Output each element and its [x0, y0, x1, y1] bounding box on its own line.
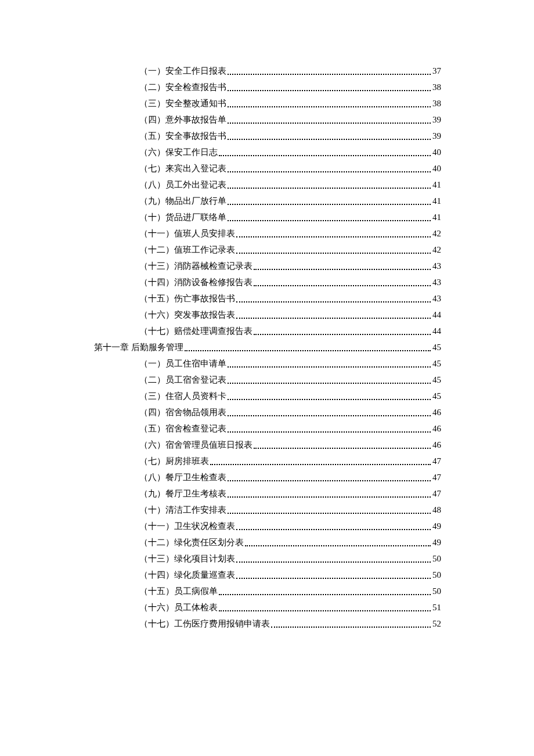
toc-entry-page: 47	[432, 470, 441, 484]
toc-entry: （四）宿舍物品领用表46	[94, 405, 441, 419]
toc-entry-label: （二）员工宿舍登记表	[139, 373, 226, 387]
toc-leader	[228, 74, 431, 75]
toc-entry-label: （八）餐厅卫生检查表	[139, 470, 226, 484]
toc-entry-page: 52	[432, 617, 441, 631]
toc-entry-page: 43	[432, 291, 441, 305]
toc-leader	[219, 594, 431, 595]
toc-entry-label: （一）安全工作日报表	[139, 64, 226, 78]
toc-entry: （十二）值班工作记录表42	[94, 243, 441, 257]
toc-leader	[219, 610, 431, 611]
toc-entry-page: 42	[432, 243, 441, 257]
toc-leader	[228, 188, 431, 189]
toc-entry-label: （十二）绿化责任区划分表	[139, 535, 244, 549]
toc-entry: （六）宿舍管理员值班日报表46	[94, 438, 441, 452]
toc-entry-page: 48	[432, 503, 441, 517]
toc-entry-label: （十六）员工体检表	[139, 600, 218, 614]
toc-entry-label: （三）安全整改通知书	[139, 96, 226, 110]
toc-entry-label: （十六）突发事故报告表	[139, 308, 235, 322]
toc-entry-page: 46	[432, 438, 441, 452]
toc-entry-label: （十三）消防器械检查记录表	[139, 259, 252, 273]
toc-leader	[228, 480, 431, 481]
toc-entry-label: （十五）伤亡事故报告书	[139, 291, 235, 305]
toc-leader	[228, 366, 431, 368]
toc-entry-page: 44	[432, 308, 441, 322]
toc-entry-label: （十一）值班人员安排表	[139, 226, 235, 240]
toc-leader	[228, 383, 431, 384]
toc-entry: （十七）工伤医疗费用报销申请表52	[94, 617, 441, 631]
toc-entry: （五）宿舍检查登记表46	[94, 422, 441, 435]
toc-leader	[254, 448, 431, 449]
toc-entry-page: 39	[432, 113, 441, 127]
toc-entry: （十三）消防器械检查记录表43	[94, 259, 441, 273]
toc-entry: （十七）赔偿处理调查报告表44	[94, 324, 441, 338]
toc-leader	[228, 123, 431, 124]
toc-entry: （十一）值班人员安排表42	[94, 226, 441, 240]
toc-entry-page: 38	[432, 80, 441, 94]
toc-entry-page: 40	[432, 145, 441, 159]
toc-entry: （二）员工宿舍登记表45	[94, 373, 441, 387]
toc-entry-label: （十四）绿化质量巡查表	[139, 568, 235, 582]
toc-leader	[254, 269, 431, 270]
toc-entry: （十三）绿化项目计划表50	[94, 552, 441, 566]
toc-entry-label: （三）住宿人员资料卡	[139, 389, 226, 403]
toc-entry-page: 41	[432, 210, 441, 224]
toc-entry-label: （九）餐厅卫生考核表	[139, 487, 226, 501]
toc-entry: （十一）卫生状况检查表49	[94, 519, 441, 533]
toc-entry-label: （九）物品出厂放行单	[139, 194, 226, 208]
toc-entry-label: （十）清洁工作安排表	[139, 503, 226, 517]
toc-entry: （九）物品出厂放行单41	[94, 194, 441, 208]
toc-leader	[228, 431, 431, 433]
toc-entry: （四）意外事故报告单39	[94, 113, 441, 127]
toc-leader	[271, 627, 431, 628]
toc-entry-page: 45	[432, 357, 441, 370]
toc-entry-page: 44	[432, 324, 441, 338]
toc-entry-page: 38	[432, 96, 441, 110]
toc-entry-label: （七）来宾出入登记表	[139, 161, 226, 175]
toc-entry: （十六）员工体检表51	[94, 600, 441, 614]
toc-leader	[228, 399, 431, 400]
toc-entry-label: （五）安全事故报告书	[139, 129, 226, 143]
toc-entry-page: 51	[432, 600, 441, 614]
toc-entry-page: 42	[432, 226, 441, 240]
toc-entry-label: （十七）工伤医疗费用报销申请表	[139, 617, 270, 631]
toc-entry-page: 46	[432, 405, 441, 419]
toc-leader	[254, 334, 431, 335]
toc-entry-page: 50	[432, 584, 441, 598]
toc-entry: （三）住宿人员资料卡45	[94, 389, 441, 403]
toc-entry-page: 43	[432, 259, 441, 273]
toc-entry: （一）员工住宿申请单45	[94, 357, 441, 370]
toc-entry-label: （四）意外事故报告单	[139, 113, 226, 127]
toc-entry: （十四）绿化质量巡查表50	[94, 568, 441, 582]
toc-entry-label: （十七）赔偿处理调查报告表	[139, 324, 252, 338]
toc-entry: （十）清洁工作安排表48	[94, 503, 441, 517]
toc-entry: 第十一章 后勤服务管理45	[94, 340, 441, 354]
toc-leader	[236, 236, 431, 237]
toc-leader	[228, 496, 431, 498]
toc-entry-page: 45	[432, 340, 441, 354]
toc-entry-label: （四）宿舍物品领用表	[139, 405, 226, 419]
toc-entry-page: 50	[432, 552, 441, 566]
toc-leader	[236, 253, 431, 254]
toc-entry-page: 49	[432, 519, 441, 533]
toc-entry-label: （十三）绿化项目计划表	[139, 552, 235, 566]
toc-entry-page: 45	[432, 373, 441, 387]
toc-entry-page: 39	[432, 129, 441, 143]
toc-entry: （十四）消防设备检修报告表43	[94, 275, 441, 289]
toc-leader	[245, 545, 431, 546]
toc-entry-page: 47	[432, 454, 441, 468]
toc-entry: （九）餐厅卫生考核表47	[94, 487, 441, 501]
toc-entry-page: 45	[432, 389, 441, 403]
document-page: （一）安全工作日报表37（二）安全检查报告书38（三）安全整改通知书38（四）意…	[0, 0, 534, 631]
toc-entry-page: 47	[432, 487, 441, 501]
toc-entry: （十五）员工病假单50	[94, 584, 441, 598]
toc-entry-page: 43	[432, 275, 441, 289]
toc-leader	[236, 318, 431, 319]
toc-entry-page: 41	[432, 194, 441, 208]
toc-leader	[236, 578, 431, 579]
toc-entry-label: （七）厨房排班表	[139, 454, 209, 468]
toc-leader	[228, 106, 431, 107]
toc-entry-label: （十）货品进厂联络单	[139, 210, 226, 224]
toc-entry: （十五）伤亡事故报告书43	[94, 291, 441, 305]
toc-entry-label: （二）安全检查报告书	[139, 80, 226, 94]
toc-leader	[236, 561, 431, 563]
